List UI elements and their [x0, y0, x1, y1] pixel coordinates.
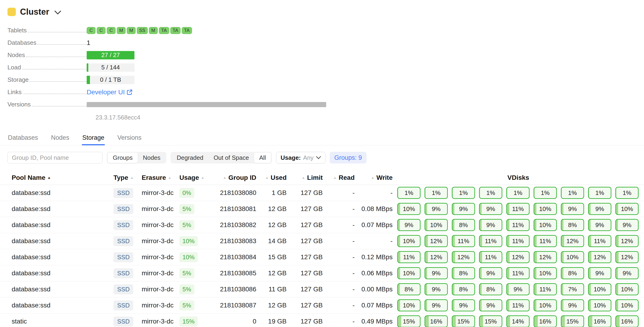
usage-filter-select[interactable]: Usage: Any	[276, 152, 326, 163]
vdisk-badge[interactable]: 12%	[615, 235, 639, 247]
state-option-all[interactable]: All	[254, 153, 271, 163]
vdisk-badge[interactable]: 1%	[615, 187, 639, 199]
vdisk-badge[interactable]: 9%	[588, 267, 612, 279]
vdisk-badge[interactable]: 9%	[424, 203, 448, 215]
vdisk-badge[interactable]: 9%	[479, 299, 502, 312]
entity-option-groups[interactable]: Groups	[108, 153, 138, 163]
vdisk-badge[interactable]: 9%	[506, 283, 530, 295]
vdisk-badge[interactable]: 1%	[452, 187, 475, 199]
vdisk-badge[interactable]: 11%	[452, 235, 475, 247]
vdisk-badge[interactable]: 8%	[397, 283, 420, 295]
tablet-state-badge[interactable]: TA	[170, 27, 180, 34]
column-header-group-id[interactable]: ▲Group ID	[203, 174, 256, 181]
vdisk-badge[interactable]: 12%	[534, 251, 557, 263]
vdisk-badge[interactable]: 9%	[479, 203, 502, 215]
vdisk-badge[interactable]: 10%	[534, 219, 557, 231]
vdisk-badge[interactable]: 12%	[424, 235, 448, 247]
vdisk-badge[interactable]: 11%	[506, 219, 530, 231]
vdisk-badge[interactable]: 10%	[615, 203, 639, 215]
tablet-state-badge[interactable]: TA	[159, 27, 169, 34]
vdisk-badge[interactable]: 1%	[397, 187, 420, 199]
vdisk-badge[interactable]: 11%	[534, 235, 557, 247]
vdisk-badge[interactable]: 10%	[588, 299, 612, 312]
vdisk-badge[interactable]: 10%	[534, 299, 557, 312]
vdisk-badge[interactable]: 12%	[615, 251, 639, 263]
table-row[interactable]: database:ssdSSDmirror-3-dc10%21810380841…	[0, 249, 644, 265]
vdisk-badge[interactable]: 11%	[479, 251, 502, 263]
vdisk-badge[interactable]: 9%	[615, 219, 639, 231]
vdisk-badge[interactable]: 9%	[424, 267, 448, 279]
vdisk-badge[interactable]: 11%	[397, 251, 420, 263]
vdisk-badge[interactable]: 12%	[452, 251, 475, 263]
vdisk-badge[interactable]: 9%	[424, 299, 448, 312]
tablet-state-badge[interactable]: TA	[182, 27, 192, 34]
developer-ui-link[interactable]: Developer UI	[87, 88, 132, 96]
vdisk-badge[interactable]: 1%	[588, 187, 612, 199]
vdisk-badge[interactable]: 10%	[397, 267, 420, 279]
state-option-out-of-space[interactable]: Out of Space	[208, 153, 254, 163]
vdisk-badge[interactable]: 12%	[424, 251, 448, 263]
tablet-state-badge[interactable]: M	[117, 27, 126, 34]
vdisk-badge[interactable]: 15%	[452, 315, 475, 327]
vdisk-badge[interactable]: 10%	[561, 251, 584, 263]
vdisk-badge[interactable]: 9%	[479, 219, 502, 231]
vdisk-badge[interactable]: 16%	[615, 315, 639, 327]
column-header-usage[interactable]: Usage▲	[180, 174, 203, 181]
table-row[interactable]: database:ssdSSDmirror-3-dc5%218103808712…	[0, 298, 644, 314]
table-row[interactable]: database:ssdSSDmirror-3-dc5%218103808112…	[0, 201, 644, 217]
chevron-down-icon[interactable]	[54, 10, 61, 15]
vdisk-badge[interactable]: 11%	[506, 267, 530, 279]
tablet-state-badge[interactable]: C	[107, 27, 116, 34]
vdisk-badge[interactable]: 8%	[452, 219, 475, 231]
tab-versions[interactable]: Versions	[117, 132, 142, 145]
vdisk-badge[interactable]: 9%	[452, 203, 475, 215]
vdisk-badge[interactable]: 1%	[561, 187, 584, 199]
table-row[interactable]: database:ssdSSDmirror-3-dc5%218103808212…	[0, 217, 644, 233]
table-row[interactable]: database:ssdSSDmirror-3-dc5%218103808611…	[0, 281, 644, 298]
vdisk-badge[interactable]: 1%	[506, 187, 530, 199]
vdisk-badge[interactable]: 9%	[397, 219, 420, 231]
vdisk-badge[interactable]: 10%	[397, 299, 420, 312]
tablet-state-badge[interactable]: SS	[137, 27, 148, 34]
vdisk-badge[interactable]: 10%	[615, 283, 639, 295]
vdisk-badge[interactable]: 15%	[561, 315, 584, 327]
vdisk-badge[interactable]: 9%	[561, 299, 584, 312]
column-header-limit[interactable]: ▲Limit	[286, 174, 323, 181]
vdisk-badge[interactable]: 10%	[397, 235, 420, 247]
vdisk-badge[interactable]: 9%	[588, 203, 612, 215]
vdisk-badge[interactable]: 9%	[561, 203, 584, 215]
vdisk-badge[interactable]: 10%	[588, 283, 612, 295]
vdisk-badge[interactable]: 15%	[479, 315, 502, 327]
vdisk-badge[interactable]: 16%	[588, 315, 612, 327]
vdisk-badge[interactable]: 8%	[561, 267, 584, 279]
vdisk-badge[interactable]: 11%	[506, 299, 530, 312]
tablet-state-badge[interactable]: C	[97, 27, 106, 34]
tablet-state-badge[interactable]: M	[149, 27, 158, 34]
tab-storage[interactable]: Storage	[82, 132, 105, 145]
vdisk-badge[interactable]: 11%	[506, 235, 530, 247]
tab-databases[interactable]: Databases	[8, 132, 38, 145]
table-row[interactable]: staticSSDmirror-3-dc15%019 GB127 GB-0.49…	[0, 314, 644, 327]
vdisk-badge[interactable]: 7%	[561, 283, 584, 295]
table-row[interactable]: database:ssdSSDmirror-3-dc10%21810380831…	[0, 233, 644, 249]
vdisk-badge[interactable]: 11%	[588, 235, 612, 247]
vdisk-badge[interactable]: 1%	[424, 187, 448, 199]
column-header-type[interactable]: Type▲	[114, 174, 142, 181]
vdisk-badge[interactable]: 9%	[479, 267, 502, 279]
column-header-read[interactable]: ▲Read	[323, 174, 354, 181]
column-header-used[interactable]: ▲Used	[256, 174, 286, 181]
vdisk-badge[interactable]: 10%	[534, 203, 557, 215]
vdisk-badge[interactable]: 9%	[615, 267, 639, 279]
vdisk-badge[interactable]: 1%	[534, 187, 557, 199]
vdisk-badge[interactable]: 12%	[561, 235, 584, 247]
vdisk-badge[interactable]: 12%	[588, 251, 612, 263]
column-header-pool-name[interactable]: Pool Name▲	[0, 174, 114, 181]
vdisk-badge[interactable]: 9%	[424, 283, 448, 295]
table-row[interactable]: database:ssdSSDmirror-3-dc5%218103808512…	[0, 265, 644, 281]
vdisk-badge[interactable]: 10%	[534, 267, 557, 279]
vdisk-badge[interactable]: 8%	[452, 283, 475, 295]
vdisk-badge[interactable]: 9%	[452, 299, 475, 312]
tab-nodes[interactable]: Nodes	[50, 132, 70, 145]
vdisk-badge[interactable]: 11%	[534, 283, 557, 295]
vdisk-badge[interactable]: 12%	[506, 251, 530, 263]
